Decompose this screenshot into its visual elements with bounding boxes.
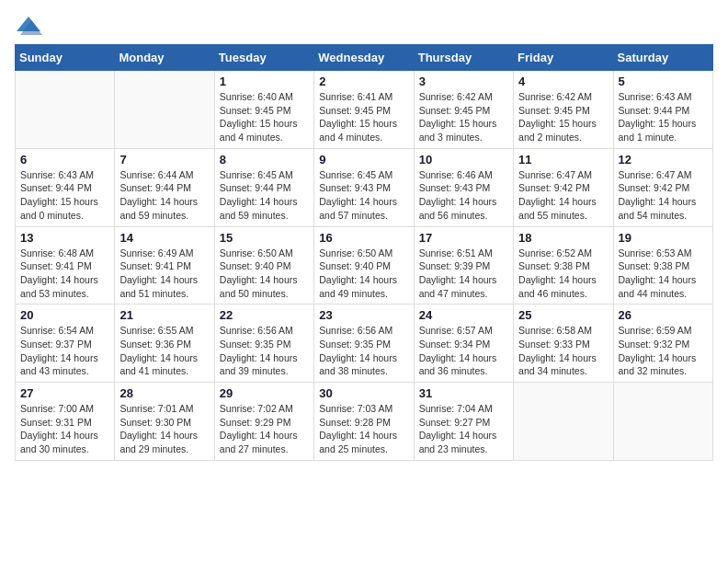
day-info: Sunrise: 6:46 AM Sunset: 9:43 PM Dayligh… xyxy=(419,168,508,223)
calendar-cell: 21Sunrise: 6:55 AM Sunset: 9:36 PM Dayli… xyxy=(115,304,214,383)
calendar-cell: 14Sunrise: 6:49 AM Sunset: 9:41 PM Dayli… xyxy=(115,226,214,304)
day-info: Sunrise: 7:01 AM Sunset: 9:30 PM Dayligh… xyxy=(119,402,209,456)
calendar-cell: 20Sunrise: 6:54 AM Sunset: 9:37 PM Dayli… xyxy=(16,304,115,383)
calendar-cell xyxy=(16,71,115,149)
day-number: 10 xyxy=(419,153,508,167)
day-info: Sunrise: 7:02 AM Sunset: 9:29 PM Dayligh… xyxy=(220,402,309,456)
calendar-cell: 11Sunrise: 6:47 AM Sunset: 9:42 PM Dayli… xyxy=(514,148,613,226)
day-info: Sunrise: 7:00 AM Sunset: 9:31 PM Dayligh… xyxy=(20,402,109,456)
day-info: Sunrise: 6:43 AM Sunset: 9:44 PM Dayligh… xyxy=(619,90,708,144)
calendar-cell: 1Sunrise: 6:40 AM Sunset: 9:45 PM Daylig… xyxy=(214,71,313,149)
calendar-cell xyxy=(115,71,214,149)
calendar-cell: 30Sunrise: 7:03 AM Sunset: 9:28 PM Dayli… xyxy=(314,383,414,461)
calendar-cell: 17Sunrise: 6:51 AM Sunset: 9:39 PM Dayli… xyxy=(414,226,513,304)
day-number: 12 xyxy=(619,153,708,167)
day-info: Sunrise: 6:47 AM Sunset: 9:42 PM Dayligh… xyxy=(619,168,708,223)
day-number: 8 xyxy=(220,153,309,167)
calendar-cell: 10Sunrise: 6:46 AM Sunset: 9:43 PM Dayli… xyxy=(414,148,513,226)
calendar-cell: 22Sunrise: 6:56 AM Sunset: 9:35 PM Dayli… xyxy=(214,304,313,383)
day-number: 6 xyxy=(20,153,109,167)
calendar-cell: 16Sunrise: 6:50 AM Sunset: 9:40 PM Dayli… xyxy=(314,226,414,304)
calendar-cell: 23Sunrise: 6:56 AM Sunset: 9:35 PM Dayli… xyxy=(314,304,414,383)
day-number: 11 xyxy=(518,153,608,167)
day-number: 30 xyxy=(319,386,408,400)
day-info: Sunrise: 6:59 AM Sunset: 9:32 PM Dayligh… xyxy=(619,324,708,378)
weekday-header: Friday xyxy=(514,45,613,71)
day-number: 1 xyxy=(220,75,309,88)
day-number: 17 xyxy=(419,231,508,245)
weekday-header: Monday xyxy=(115,45,214,71)
calendar-week-row: 6Sunrise: 6:43 AM Sunset: 9:44 PM Daylig… xyxy=(16,148,713,226)
day-info: Sunrise: 6:43 AM Sunset: 9:44 PM Dayligh… xyxy=(20,168,109,223)
day-number: 7 xyxy=(119,153,209,167)
day-info: Sunrise: 6:50 AM Sunset: 9:40 PM Dayligh… xyxy=(220,247,309,301)
calendar-cell: 15Sunrise: 6:50 AM Sunset: 9:40 PM Dayli… xyxy=(214,226,313,304)
day-number: 2 xyxy=(319,75,408,88)
day-info: Sunrise: 6:49 AM Sunset: 9:41 PM Dayligh… xyxy=(119,247,209,301)
day-number: 20 xyxy=(20,308,109,322)
weekday-header-row: SundayMondayTuesdayWednesdayThursdayFrid… xyxy=(16,45,713,71)
logo xyxy=(15,15,46,37)
calendar-cell: 9Sunrise: 6:45 AM Sunset: 9:43 PM Daylig… xyxy=(314,148,414,226)
day-info: Sunrise: 6:42 AM Sunset: 9:45 PM Dayligh… xyxy=(419,90,508,144)
day-number: 13 xyxy=(20,231,109,245)
calendar-cell: 3Sunrise: 6:42 AM Sunset: 9:45 PM Daylig… xyxy=(414,71,513,149)
weekday-header: Sunday xyxy=(16,45,115,71)
calendar-cell: 19Sunrise: 6:53 AM Sunset: 9:38 PM Dayli… xyxy=(613,226,712,304)
day-info: Sunrise: 6:51 AM Sunset: 9:39 PM Dayligh… xyxy=(419,247,508,301)
day-number: 21 xyxy=(119,308,209,322)
calendar-cell xyxy=(514,383,613,461)
day-info: Sunrise: 6:40 AM Sunset: 9:45 PM Dayligh… xyxy=(220,90,309,144)
day-number: 23 xyxy=(319,308,408,322)
calendar-week-row: 1Sunrise: 6:40 AM Sunset: 9:45 PM Daylig… xyxy=(16,71,713,149)
calendar-cell: 7Sunrise: 6:44 AM Sunset: 9:44 PM Daylig… xyxy=(115,148,214,226)
day-info: Sunrise: 6:42 AM Sunset: 9:45 PM Dayligh… xyxy=(518,90,608,144)
day-number: 25 xyxy=(518,308,608,322)
day-info: Sunrise: 6:47 AM Sunset: 9:42 PM Dayligh… xyxy=(518,168,608,223)
calendar-cell: 18Sunrise: 6:52 AM Sunset: 9:38 PM Dayli… xyxy=(514,226,613,304)
day-info: Sunrise: 6:45 AM Sunset: 9:43 PM Dayligh… xyxy=(319,168,408,223)
day-number: 4 xyxy=(518,75,608,88)
calendar-cell xyxy=(613,383,712,461)
day-number: 9 xyxy=(319,153,408,167)
day-info: Sunrise: 6:41 AM Sunset: 9:45 PM Dayligh… xyxy=(319,90,408,144)
weekday-header: Wednesday xyxy=(314,45,414,71)
day-info: Sunrise: 6:48 AM Sunset: 9:41 PM Dayligh… xyxy=(20,247,109,301)
day-number: 5 xyxy=(619,75,708,88)
day-number: 27 xyxy=(20,386,109,400)
day-number: 14 xyxy=(119,231,209,245)
calendar-cell: 13Sunrise: 6:48 AM Sunset: 9:41 PM Dayli… xyxy=(16,226,115,304)
calendar-cell: 2Sunrise: 6:41 AM Sunset: 9:45 PM Daylig… xyxy=(314,71,414,149)
calendar-week-row: 20Sunrise: 6:54 AM Sunset: 9:37 PM Dayli… xyxy=(16,304,713,383)
day-number: 16 xyxy=(319,231,408,245)
day-number: 3 xyxy=(419,75,508,88)
calendar-cell: 6Sunrise: 6:43 AM Sunset: 9:44 PM Daylig… xyxy=(16,148,115,226)
day-info: Sunrise: 6:54 AM Sunset: 9:37 PM Dayligh… xyxy=(20,324,109,378)
calendar-week-row: 13Sunrise: 6:48 AM Sunset: 9:41 PM Dayli… xyxy=(16,226,713,304)
weekday-header: Tuesday xyxy=(214,45,313,71)
day-number: 22 xyxy=(220,308,309,322)
day-number: 18 xyxy=(518,231,608,245)
day-info: Sunrise: 7:04 AM Sunset: 9:27 PM Dayligh… xyxy=(419,402,508,456)
day-number: 19 xyxy=(619,231,708,245)
calendar-cell: 29Sunrise: 7:02 AM Sunset: 9:29 PM Dayli… xyxy=(214,383,313,461)
day-info: Sunrise: 6:56 AM Sunset: 9:35 PM Dayligh… xyxy=(220,324,309,378)
day-number: 28 xyxy=(119,386,209,400)
calendar-cell: 24Sunrise: 6:57 AM Sunset: 9:34 PM Dayli… xyxy=(414,304,513,383)
day-info: Sunrise: 6:45 AM Sunset: 9:44 PM Dayligh… xyxy=(220,168,309,223)
day-number: 24 xyxy=(419,308,508,322)
day-info: Sunrise: 6:58 AM Sunset: 9:33 PM Dayligh… xyxy=(518,324,608,378)
calendar-cell: 27Sunrise: 7:00 AM Sunset: 9:31 PM Dayli… xyxy=(16,383,115,461)
day-info: Sunrise: 6:52 AM Sunset: 9:38 PM Dayligh… xyxy=(518,247,608,301)
calendar-cell: 12Sunrise: 6:47 AM Sunset: 9:42 PM Dayli… xyxy=(613,148,712,226)
weekday-header: Saturday xyxy=(613,45,712,71)
calendar-cell: 26Sunrise: 6:59 AM Sunset: 9:32 PM Dayli… xyxy=(613,304,712,383)
weekday-header: Thursday xyxy=(414,45,513,71)
day-number: 31 xyxy=(419,386,508,400)
day-info: Sunrise: 6:44 AM Sunset: 9:44 PM Dayligh… xyxy=(119,168,209,223)
day-number: 26 xyxy=(619,308,708,322)
calendar: SundayMondayTuesdayWednesdayThursdayFrid… xyxy=(15,44,713,461)
calendar-week-row: 27Sunrise: 7:00 AM Sunset: 9:31 PM Dayli… xyxy=(16,383,713,461)
calendar-cell: 25Sunrise: 6:58 AM Sunset: 9:33 PM Dayli… xyxy=(514,304,613,383)
calendar-cell: 4Sunrise: 6:42 AM Sunset: 9:45 PM Daylig… xyxy=(514,71,613,149)
